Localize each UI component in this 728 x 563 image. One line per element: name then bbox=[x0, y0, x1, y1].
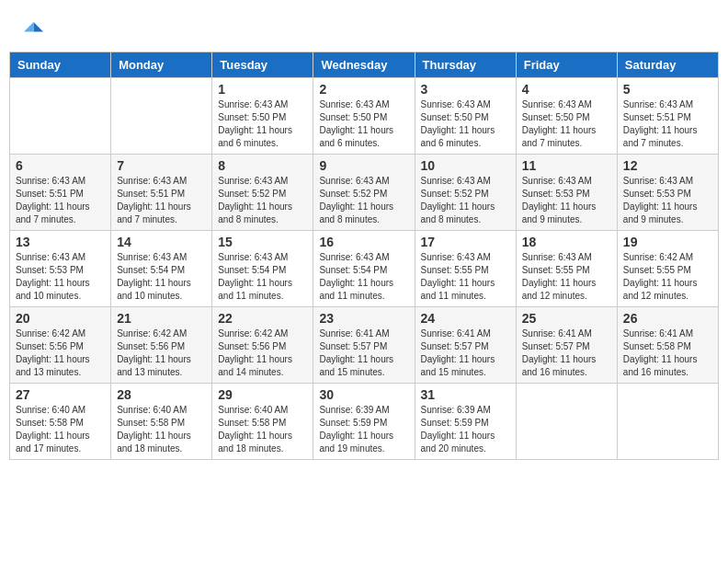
day-number: 11 bbox=[522, 158, 611, 173]
logo-icon bbox=[18, 17, 46, 44]
calendar-cell bbox=[10, 78, 111, 155]
day-info: Sunrise: 6:43 AMSunset: 5:53 PMDaylight:… bbox=[522, 175, 611, 226]
calendar-cell: 28Sunrise: 6:40 AMSunset: 5:58 PMDayligh… bbox=[111, 384, 212, 460]
day-number: 14 bbox=[117, 235, 206, 249]
day-info: Sunrise: 6:43 AMSunset: 5:54 PMDaylight:… bbox=[319, 251, 408, 303]
day-info: Sunrise: 6:42 AMSunset: 5:56 PMDaylight:… bbox=[16, 327, 105, 379]
calendar-cell: 2Sunrise: 6:43 AMSunset: 5:50 PMDaylight… bbox=[313, 78, 415, 155]
day-info: Sunrise: 6:42 AMSunset: 5:55 PMDaylight:… bbox=[623, 251, 712, 303]
day-info: Sunrise: 6:43 AMSunset: 5:51 PMDaylight:… bbox=[623, 98, 712, 150]
day-number: 7 bbox=[117, 158, 206, 173]
day-info: Sunrise: 6:39 AMSunset: 5:59 PMDaylight:… bbox=[421, 404, 510, 455]
weekday-header-sunday: Sunday bbox=[10, 52, 111, 78]
day-info: Sunrise: 6:43 AMSunset: 5:52 PMDaylight:… bbox=[218, 175, 307, 226]
calendar-cell: 8Sunrise: 6:43 AMSunset: 5:52 PMDaylight… bbox=[212, 155, 313, 231]
day-info: Sunrise: 6:41 AMSunset: 5:57 PMDaylight:… bbox=[319, 327, 408, 379]
calendar-cell: 19Sunrise: 6:42 AMSunset: 5:55 PMDayligh… bbox=[617, 231, 718, 307]
calendar-cell: 26Sunrise: 6:41 AMSunset: 5:58 PMDayligh… bbox=[617, 307, 718, 384]
day-number: 25 bbox=[522, 311, 611, 326]
day-number: 4 bbox=[522, 82, 611, 97]
day-number: 19 bbox=[623, 235, 712, 249]
day-info: Sunrise: 6:40 AMSunset: 5:58 PMDaylight:… bbox=[16, 404, 105, 455]
day-info: Sunrise: 6:41 AMSunset: 5:57 PMDaylight:… bbox=[522, 327, 611, 379]
calendar-cell: 14Sunrise: 6:43 AMSunset: 5:54 PMDayligh… bbox=[111, 231, 212, 307]
day-info: Sunrise: 6:42 AMSunset: 5:56 PMDaylight:… bbox=[117, 327, 206, 379]
calendar-table: SundayMondayTuesdayWednesdayThursdayFrid… bbox=[9, 52, 719, 460]
logo bbox=[18, 17, 48, 44]
calendar-cell: 20Sunrise: 6:42 AMSunset: 5:56 PMDayligh… bbox=[10, 307, 111, 384]
day-number: 8 bbox=[218, 158, 307, 173]
day-info: Sunrise: 6:43 AMSunset: 5:52 PMDaylight:… bbox=[421, 175, 510, 226]
day-info: Sunrise: 6:43 AMSunset: 5:55 PMDaylight:… bbox=[522, 251, 611, 303]
calendar-cell: 11Sunrise: 6:43 AMSunset: 5:53 PMDayligh… bbox=[516, 155, 617, 231]
day-number: 23 bbox=[319, 311, 408, 326]
weekday-header-wednesday: Wednesday bbox=[313, 52, 415, 78]
day-number: 3 bbox=[421, 82, 510, 97]
day-number: 6 bbox=[16, 158, 105, 173]
calendar-cell: 21Sunrise: 6:42 AMSunset: 5:56 PMDayligh… bbox=[111, 307, 212, 384]
day-number: 28 bbox=[117, 387, 206, 402]
calendar-cell: 25Sunrise: 6:41 AMSunset: 5:57 PMDayligh… bbox=[516, 307, 617, 384]
day-info: Sunrise: 6:43 AMSunset: 5:50 PMDaylight:… bbox=[218, 98, 307, 150]
day-number: 24 bbox=[421, 311, 510, 326]
day-number: 16 bbox=[319, 235, 408, 249]
day-number: 5 bbox=[623, 82, 712, 97]
weekday-header-tuesday: Tuesday bbox=[212, 52, 313, 78]
day-info: Sunrise: 6:39 AMSunset: 5:59 PMDaylight:… bbox=[319, 404, 408, 455]
calendar-cell: 17Sunrise: 6:43 AMSunset: 5:55 PMDayligh… bbox=[415, 231, 516, 307]
weekday-header-saturday: Saturday bbox=[617, 52, 718, 78]
week-row-4: 20Sunrise: 6:42 AMSunset: 5:56 PMDayligh… bbox=[10, 307, 719, 384]
weekday-header-row: SundayMondayTuesdayWednesdayThursdayFrid… bbox=[10, 52, 719, 78]
day-info: Sunrise: 6:43 AMSunset: 5:52 PMDaylight:… bbox=[319, 175, 408, 226]
day-info: Sunrise: 6:43 AMSunset: 5:54 PMDaylight:… bbox=[117, 251, 206, 303]
day-info: Sunrise: 6:41 AMSunset: 5:58 PMDaylight:… bbox=[623, 327, 712, 379]
calendar-cell: 23Sunrise: 6:41 AMSunset: 5:57 PMDayligh… bbox=[313, 307, 415, 384]
day-number: 15 bbox=[218, 235, 307, 249]
day-number: 30 bbox=[319, 387, 408, 402]
day-number: 17 bbox=[421, 235, 510, 249]
calendar-cell: 5Sunrise: 6:43 AMSunset: 5:51 PMDaylight… bbox=[617, 78, 718, 155]
calendar-cell bbox=[516, 384, 617, 460]
weekday-header-thursday: Thursday bbox=[415, 52, 516, 78]
calendar-cell: 15Sunrise: 6:43 AMSunset: 5:54 PMDayligh… bbox=[212, 231, 313, 307]
calendar-cell: 6Sunrise: 6:43 AMSunset: 5:51 PMDaylight… bbox=[10, 155, 111, 231]
calendar-cell: 31Sunrise: 6:39 AMSunset: 5:59 PMDayligh… bbox=[415, 384, 516, 460]
day-number: 10 bbox=[421, 158, 510, 173]
day-number: 22 bbox=[218, 311, 307, 326]
header bbox=[9, 9, 719, 48]
day-info: Sunrise: 6:43 AMSunset: 5:51 PMDaylight:… bbox=[16, 175, 105, 226]
weekday-header-friday: Friday bbox=[516, 52, 617, 78]
calendar-cell: 16Sunrise: 6:43 AMSunset: 5:54 PMDayligh… bbox=[313, 231, 415, 307]
day-number: 20 bbox=[16, 311, 105, 326]
day-info: Sunrise: 6:43 AMSunset: 5:53 PMDaylight:… bbox=[623, 175, 712, 226]
day-info: Sunrise: 6:43 AMSunset: 5:50 PMDaylight:… bbox=[319, 98, 408, 150]
week-row-1: 1Sunrise: 6:43 AMSunset: 5:50 PMDaylight… bbox=[10, 78, 719, 155]
day-number: 12 bbox=[623, 158, 712, 173]
day-info: Sunrise: 6:43 AMSunset: 5:51 PMDaylight:… bbox=[117, 175, 206, 226]
day-number: 21 bbox=[117, 311, 206, 326]
calendar-cell: 24Sunrise: 6:41 AMSunset: 5:57 PMDayligh… bbox=[415, 307, 516, 384]
day-info: Sunrise: 6:43 AMSunset: 5:55 PMDaylight:… bbox=[421, 251, 510, 303]
day-number: 29 bbox=[218, 387, 307, 402]
day-info: Sunrise: 6:43 AMSunset: 5:54 PMDaylight:… bbox=[218, 251, 307, 303]
calendar-cell: 4Sunrise: 6:43 AMSunset: 5:50 PMDaylight… bbox=[516, 78, 617, 155]
weekday-header-monday: Monday bbox=[111, 52, 212, 78]
calendar-cell: 27Sunrise: 6:40 AMSunset: 5:58 PMDayligh… bbox=[10, 384, 111, 460]
day-number: 18 bbox=[522, 235, 611, 249]
page-container: SundayMondayTuesdayWednesdayThursdayFrid… bbox=[9, 9, 719, 460]
week-row-2: 6Sunrise: 6:43 AMSunset: 5:51 PMDaylight… bbox=[10, 155, 719, 231]
week-row-3: 13Sunrise: 6:43 AMSunset: 5:53 PMDayligh… bbox=[10, 231, 719, 307]
calendar-cell: 9Sunrise: 6:43 AMSunset: 5:52 PMDaylight… bbox=[313, 155, 415, 231]
week-row-5: 27Sunrise: 6:40 AMSunset: 5:58 PMDayligh… bbox=[10, 384, 719, 460]
day-info: Sunrise: 6:43 AMSunset: 5:50 PMDaylight:… bbox=[421, 98, 510, 150]
day-info: Sunrise: 6:40 AMSunset: 5:58 PMDaylight:… bbox=[117, 404, 206, 455]
day-info: Sunrise: 6:42 AMSunset: 5:56 PMDaylight:… bbox=[218, 327, 307, 379]
calendar-cell: 30Sunrise: 6:39 AMSunset: 5:59 PMDayligh… bbox=[313, 384, 415, 460]
day-info: Sunrise: 6:43 AMSunset: 5:50 PMDaylight:… bbox=[522, 98, 611, 150]
day-number: 27 bbox=[16, 387, 105, 402]
day-number: 13 bbox=[16, 235, 105, 249]
day-number: 9 bbox=[319, 158, 408, 173]
day-number: 26 bbox=[623, 311, 712, 326]
day-info: Sunrise: 6:43 AMSunset: 5:53 PMDaylight:… bbox=[16, 251, 105, 303]
calendar-cell: 7Sunrise: 6:43 AMSunset: 5:51 PMDaylight… bbox=[111, 155, 212, 231]
